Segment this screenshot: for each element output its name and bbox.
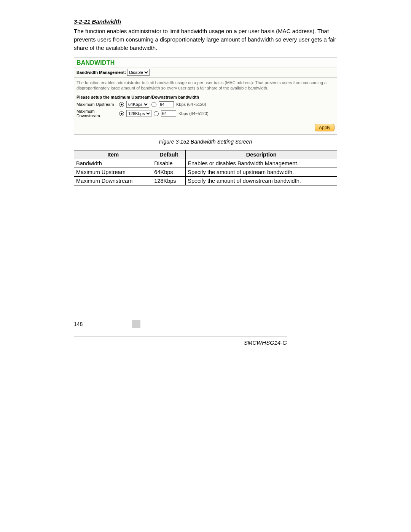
cell-item: Maximum Upstream	[74, 168, 152, 177]
downstream-hint: Kbps (64~5120)	[178, 111, 209, 116]
downstream-row: Maximum Downstream 128Kbps Kbps (64~5120…	[76, 109, 335, 118]
apply-button[interactable]: Apply	[315, 124, 335, 131]
model-number: SMCWHSG14-G	[74, 339, 287, 346]
cell-item: Bandwidth	[74, 159, 152, 168]
cell-default: Disable	[152, 159, 186, 168]
bandwidth-management-label: Bandwidth Management:	[76, 70, 126, 75]
cell-default: 64Kbps	[152, 168, 186, 177]
page-footer: 148 SMCWHSG14-G	[74, 320, 287, 346]
table-header-item: Item	[74, 150, 152, 159]
cell-default: 128Kbps	[152, 177, 186, 185]
footer-divider	[74, 337, 287, 337]
downstream-custom-input[interactable]	[161, 110, 176, 117]
upstream-hint: Kbps (64~5120)	[176, 102, 206, 107]
figure-caption: Figure 3-152 Bandwidth Setting Screen	[74, 139, 337, 145]
cell-desc: Specify the amount of downstream bandwid…	[186, 177, 337, 185]
parameter-table: Item Default Description Bandwidth Disab…	[74, 150, 337, 185]
section-intro: The function enables administrator to li…	[74, 27, 337, 52]
cell-item: Maximum Downstream	[74, 177, 152, 185]
page-number-row: 148	[74, 320, 287, 328]
bandwidth-management-row: Bandwidth Management: Disable	[74, 67, 337, 78]
upstream-label: Maximum Upstream	[76, 102, 117, 107]
section-heading: 3-2-21 Bandwidth	[74, 18, 337, 25]
cell-desc: Specify the amount of upstream bandwidth…	[186, 168, 337, 177]
table-header-row: Item Default Description	[74, 150, 337, 159]
table-header-description: Description	[186, 150, 337, 159]
upstream-preset-radio[interactable]	[119, 102, 124, 107]
table-row: Maximum Upstream 64Kbps Specify the amou…	[74, 168, 337, 177]
cell-desc: Enables or disables Bandwidth Management…	[186, 159, 337, 168]
bandwidth-figure-panel: BANDWIDTH Bandwidth Management: Disable …	[74, 58, 337, 135]
bandwidth-management-select[interactable]: Disable	[127, 69, 150, 76]
table-row: Bandwidth Disable Enables or disables Ba…	[74, 159, 337, 168]
table-header-default: Default	[152, 150, 186, 159]
page-number: 148	[74, 321, 83, 327]
document-page: 3-2-21 Bandwidth The function enables ad…	[0, 0, 411, 532]
figure-description-row: The function enables administrator to li…	[74, 78, 337, 93]
downstream-preset-select[interactable]: 128Kbps	[126, 110, 151, 117]
figure-apply-row: Apply	[74, 121, 337, 134]
downstream-preset-radio[interactable]	[119, 111, 124, 116]
figure-title-row: BANDWIDTH	[74, 58, 337, 67]
upstream-custom-input[interactable]	[159, 101, 174, 107]
figure-description-text: The function enables administrator to li…	[76, 79, 335, 91]
figure-setup-block: Please setup the maximum Upstream/Downst…	[74, 93, 337, 121]
figure-setup-heading: Please setup the maximum Upstream/Downst…	[76, 95, 335, 99]
upstream-custom-radio[interactable]	[151, 102, 156, 107]
figure-panel-title: BANDWIDTH	[76, 59, 115, 66]
downstream-label: Maximum Downstream	[76, 109, 117, 118]
footer-marker-icon	[132, 320, 140, 328]
table-row: Maximum Downstream 128Kbps Specify the a…	[74, 177, 337, 185]
upstream-preset-select[interactable]: 64Kbps	[126, 101, 149, 108]
downstream-custom-radio[interactable]	[154, 111, 159, 116]
upstream-row: Maximum Upstream 64Kbps Kbps (64~5120)	[76, 101, 335, 108]
